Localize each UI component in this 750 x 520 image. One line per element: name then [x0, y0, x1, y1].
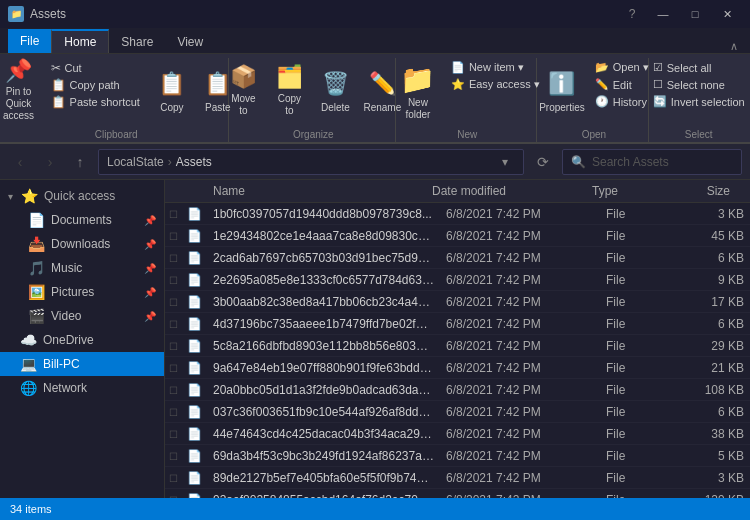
back-button[interactable]: ‹: [8, 150, 32, 174]
sidebar-item-pictures[interactable]: 🖼️ Pictures 📌: [0, 280, 164, 304]
new-folder-icon: 📁: [402, 63, 434, 95]
file-icon: 📄: [187, 339, 207, 353]
table-row[interactable]: ☐ 📄 89de2127b5ef7e405bfa60e5f5f0f9b7413.…: [165, 467, 750, 489]
sidebar-item-documents[interactable]: 📄 Documents 📌: [0, 208, 164, 232]
row-check[interactable]: ☐: [165, 467, 187, 489]
tab-home[interactable]: Home: [51, 29, 109, 53]
header-size[interactable]: Size: [666, 180, 736, 202]
table-row[interactable]: ☐ 📄 93aef802584855accbd164af76d2ec70942.…: [165, 489, 750, 498]
file-date: 6/8/2021 7:42 PM: [440, 445, 600, 467]
item-count: 34 items: [10, 503, 52, 515]
sidebar-item-label: Quick access: [44, 189, 115, 203]
header-name[interactable]: Name: [207, 180, 426, 202]
row-check[interactable]: ☐: [165, 291, 187, 313]
invert-selection-button[interactable]: 🔄 Invert selection: [649, 94, 749, 109]
tab-file[interactable]: File: [8, 29, 51, 53]
cut-button[interactable]: ✂ Cut: [47, 60, 144, 76]
delete-button[interactable]: 🗑️ Delete: [313, 60, 357, 120]
table-row[interactable]: ☐ 📄 5c8a2166dbfbd8903e112bb8b56e80318...…: [165, 335, 750, 357]
select-none-button[interactable]: ☐ Select none: [649, 77, 749, 92]
delete-icon: 🗑️: [319, 68, 351, 100]
row-check[interactable]: ☐: [165, 225, 187, 247]
open-button[interactable]: 📂 Open ▾: [591, 60, 653, 75]
search-icon: 🔍: [571, 155, 586, 169]
help-icon[interactable]: ?: [618, 0, 646, 28]
file-area[interactable]: Name Date modified Type Size ☐ 📄 1b0fc03…: [165, 180, 750, 498]
easy-access-button[interactable]: ⭐ Easy access ▾: [447, 77, 544, 92]
address-path[interactable]: LocalState › Assets ▾: [98, 149, 524, 175]
file-size: 5 KB: [680, 445, 750, 467]
file-type: File: [600, 357, 680, 379]
sidebar-item-music[interactable]: 🎵 Music 📌: [0, 256, 164, 280]
row-check[interactable]: ☐: [165, 247, 187, 269]
row-check[interactable]: ☐: [165, 357, 187, 379]
header-type[interactable]: Type: [586, 180, 666, 202]
file-icon: 📄: [187, 383, 207, 397]
sidebar-item-label: Bill-PC: [43, 357, 80, 371]
select-small-group: ☑ Select all ☐ Select none 🔄 Invert sele…: [649, 60, 749, 109]
row-check[interactable]: ☐: [165, 335, 187, 357]
copy-to-button[interactable]: 🗂️ Copyto: [267, 60, 311, 120]
row-check[interactable]: ☐: [165, 423, 187, 445]
row-check[interactable]: ☐: [165, 203, 187, 225]
row-check[interactable]: ☐: [165, 445, 187, 467]
path-dropdown-icon[interactable]: ▾: [495, 149, 515, 175]
music-icon: 🎵: [28, 260, 45, 276]
search-box[interactable]: 🔍 Search Assets: [562, 149, 742, 175]
copy-path-button[interactable]: 📋 Copy path: [47, 77, 144, 93]
table-row[interactable]: ☐ 📄 2cad6ab7697cb65703b03d91bec75d973...…: [165, 247, 750, 269]
forward-button[interactable]: ›: [38, 150, 62, 174]
table-row[interactable]: ☐ 📄 69da3b4f53c9bc3b249fd1924af86237a87.…: [165, 445, 750, 467]
table-row[interactable]: ☐ 📄 1b0fc0397057d19440ddd8b0978739c8... …: [165, 203, 750, 225]
close-button[interactable]: ✕: [712, 0, 742, 28]
ribbon-collapse-icon[interactable]: ∧: [730, 40, 738, 53]
sidebar-quick-access[interactable]: ▾ ⭐ Quick access: [0, 184, 164, 208]
sidebar-item-network[interactable]: 🌐 Network: [0, 376, 164, 400]
row-check[interactable]: ☐: [165, 313, 187, 335]
pin-quick-access-button[interactable]: 📌 Pin to Quick access: [0, 60, 45, 120]
table-row[interactable]: ☐ 📄 4d37196bc735aaeee1b7479ffd7be02fd8..…: [165, 313, 750, 335]
new-label: New: [457, 129, 477, 142]
move-to-button[interactable]: 📦 Moveto: [221, 60, 265, 120]
sidebar-item-video[interactable]: 🎬 Video 📌: [0, 304, 164, 328]
paste-shortcut-button[interactable]: 📋 Paste shortcut: [47, 94, 144, 110]
sidebar-item-bill-pc[interactable]: 💻 Bill-PC: [0, 352, 164, 376]
edit-button[interactable]: ✏️ Edit: [591, 77, 653, 92]
minimize-button[interactable]: —: [648, 0, 678, 28]
history-button[interactable]: 🕐 History: [591, 94, 653, 109]
file-icon: 📄: [187, 361, 207, 375]
file-date: 6/8/2021 7:42 PM: [440, 489, 600, 499]
path-part-1: LocalState: [107, 155, 164, 169]
table-row[interactable]: ☐ 📄 2e2695a085e8e1333cf0c6577d784d631b..…: [165, 269, 750, 291]
new-item-button[interactable]: 📄 New item ▾: [447, 60, 544, 75]
file-type: File: [600, 203, 680, 225]
sidebar-item-downloads[interactable]: 📥 Downloads 📌: [0, 232, 164, 256]
file-icon: 📄: [187, 427, 207, 441]
table-row[interactable]: ☐ 📄 1e29434802ce1e4aaa7ca8e8d09830cdd3..…: [165, 225, 750, 247]
sidebar-item-onedrive[interactable]: ☁️ OneDrive: [0, 328, 164, 352]
row-check[interactable]: ☐: [165, 379, 187, 401]
maximize-button[interactable]: □: [680, 0, 710, 28]
copy-button[interactable]: 📋 Copy: [150, 60, 194, 120]
tab-view[interactable]: View: [165, 29, 215, 53]
new-folder-button[interactable]: 📁 Newfolder: [391, 60, 445, 124]
header-date[interactable]: Date modified: [426, 180, 586, 202]
sidebar-item-label: Downloads: [51, 237, 110, 251]
table-row[interactable]: ☐ 📄 037c36f003651fb9c10e544af926af8dd51f…: [165, 401, 750, 423]
row-check[interactable]: ☐: [165, 401, 187, 423]
select-all-button[interactable]: ☑ Select all: [649, 60, 749, 75]
table-row[interactable]: ☐ 📄 9a647e84eb19e07ff880b901f9fe63bdd0b.…: [165, 357, 750, 379]
table-row[interactable]: ☐ 📄 20a0bbc05d1d1a3f2fde9b0adcad63da0a..…: [165, 379, 750, 401]
properties-button[interactable]: ℹ️ Properties: [535, 60, 589, 120]
refresh-button[interactable]: ⟳: [530, 149, 556, 175]
up-button[interactable]: ↑: [68, 150, 92, 174]
pin-indicator: 📌: [144, 215, 156, 226]
pictures-icon: 🖼️: [28, 284, 45, 300]
table-row[interactable]: ☐ 📄 44e74643cd4c425dacac04b3f34aca291c5.…: [165, 423, 750, 445]
row-check[interactable]: ☐: [165, 489, 187, 499]
tab-share[interactable]: Share: [109, 29, 165, 53]
video-icon: 🎬: [28, 308, 45, 324]
row-check[interactable]: ☐: [165, 269, 187, 291]
table-row[interactable]: ☐ 📄 3b00aab82c38ed8a417bb06cb23c4a460...…: [165, 291, 750, 313]
file-name: 93aef802584855accbd164af76d2ec70942...: [207, 489, 440, 499]
